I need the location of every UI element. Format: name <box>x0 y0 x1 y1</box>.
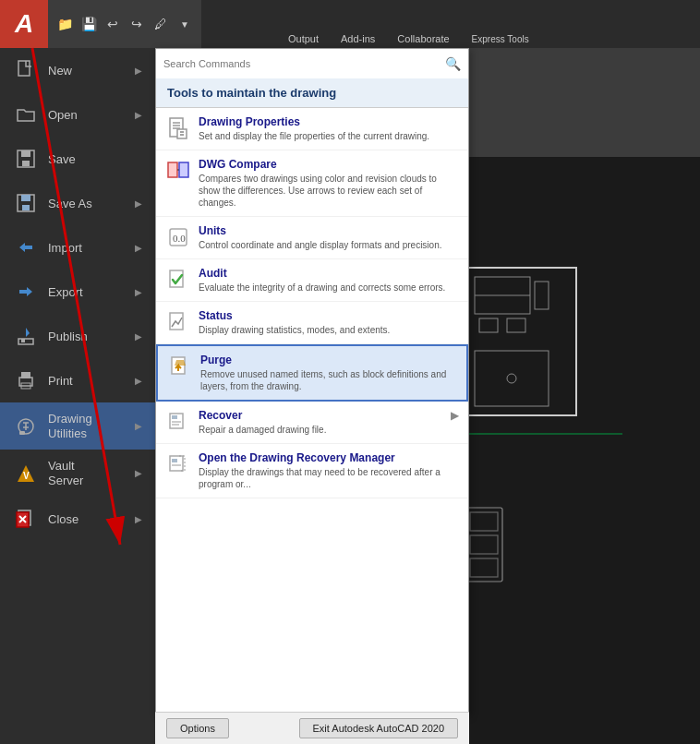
search-input[interactable] <box>163 58 441 69</box>
open-recovery-text: Open the Drawing Recovery Manager Displa… <box>199 451 459 490</box>
nav-drawing-utilities[interactable]: DrawingUtilities ▶ <box>0 402 155 450</box>
toolbar-extra[interactable]: ▼ <box>174 13 196 35</box>
toolbar-open[interactable]: 📁 <box>54 13 76 35</box>
nav-drawing-utilities-label: DrawingUtilities <box>48 412 92 440</box>
search-bar: 🔍 <box>156 49 468 78</box>
nav-export[interactable]: Export ▶ <box>0 270 155 314</box>
open-recovery-desc: Display the drawings that may need to be… <box>199 466 459 490</box>
svg-rect-49 <box>172 421 181 423</box>
nav-close[interactable]: Close ▶ <box>0 497 155 541</box>
nav-save-label: Save <box>48 152 76 166</box>
options-button[interactable]: Options <box>166 718 229 738</box>
menu-open-recovery[interactable]: Open the Drawing Recovery Manager Displa… <box>156 444 468 498</box>
svg-marker-15 <box>19 243 32 252</box>
nav-publish[interactable]: Publish ▶ <box>0 314 155 358</box>
nav-import[interactable]: Import ▶ <box>0 225 155 270</box>
toolbar-redo[interactable]: ↪ <box>126 13 148 35</box>
nav-open[interactable]: Open ▶ <box>0 92 155 137</box>
tools-header: Tools to maintain the drawing <box>156 78 468 108</box>
nav-save-as[interactable]: Save As ▶ <box>0 181 155 225</box>
search-icon: 🔍 <box>445 56 461 71</box>
tab-express[interactable]: Express Tools <box>461 30 540 48</box>
svg-marker-19 <box>22 328 30 337</box>
tab-addins[interactable]: Add-ins <box>330 30 386 48</box>
svg-rect-38 <box>168 162 177 177</box>
nav-publish-arrow: ▶ <box>135 331 142 342</box>
toolbar-undo[interactable]: ↩ <box>102 13 124 35</box>
dwg-compare-menu-icon <box>165 158 191 184</box>
nav-save-as-arrow: ▶ <box>135 198 142 209</box>
svg-rect-48 <box>172 415 177 419</box>
svg-rect-17 <box>18 339 33 344</box>
units-title: Units <box>199 224 459 237</box>
nav-save[interactable]: Save <box>0 137 155 181</box>
nav-export-label: Export <box>48 285 83 299</box>
drawing-properties-desc: Set and display the file properties of t… <box>199 130 459 142</box>
menu-purge[interactable]: Purge Remove unused named items, such as… <box>156 344 468 402</box>
svg-rect-35 <box>177 129 187 138</box>
left-nav: New ▶ Open ▶ Save Save As ▶ Import ▶ Exp… <box>0 48 155 744</box>
status-desc: Display drawing statistics, modes, and e… <box>199 324 459 336</box>
tab-collaborate[interactable]: Collaborate <box>386 30 460 48</box>
audit-title: Audit <box>199 267 459 280</box>
publish-icon <box>13 323 39 349</box>
toolbar-save[interactable]: 💾 <box>78 13 100 35</box>
save-icon <box>13 146 39 172</box>
purge-desc: Remove unused named items, such as block… <box>200 368 457 392</box>
menu-status[interactable]: Status Display drawing statistics, modes… <box>156 302 468 344</box>
audit-icon <box>165 267 191 293</box>
import-icon <box>13 234 39 260</box>
svg-rect-10 <box>21 150 30 157</box>
nav-new-label: New <box>48 64 72 78</box>
svg-rect-14 <box>22 205 30 210</box>
audit-desc: Evaluate the integrity of a drawing and … <box>199 282 459 294</box>
nav-publish-label: Publish <box>48 330 88 343</box>
nav-print-arrow: ▶ <box>135 376 142 386</box>
units-text: Units Control coordinate and angle displ… <box>199 224 459 251</box>
menu-list: Drawing Properties Set and display the f… <box>156 108 468 714</box>
svg-rect-7 <box>18 61 30 76</box>
nav-new-arrow: ▶ <box>135 66 142 76</box>
bottom-bar: Options Exit Autodesk AutoCAD 2020 <box>155 712 469 744</box>
nav-open-arrow: ▶ <box>135 110 142 120</box>
menu-dwg-compare[interactable]: DWG Compare Compares two drawings using … <box>156 150 468 217</box>
menu-audit[interactable]: Audit Evaluate the integrity of a drawin… <box>156 259 468 302</box>
drawing-utilities-icon <box>13 414 39 439</box>
svg-rect-13 <box>21 195 30 201</box>
nav-print-label: Print <box>48 374 73 388</box>
svg-marker-46 <box>175 360 186 366</box>
exit-button[interactable]: Exit Autodesk AutoCAD 2020 <box>299 718 458 738</box>
nav-import-label: Import <box>48 241 82 255</box>
purge-icon <box>167 354 193 379</box>
svg-rect-11 <box>22 161 30 166</box>
toolbar-print[interactable]: 🖊 <box>150 13 172 35</box>
recover-title: Recover <box>199 409 443 422</box>
nav-print[interactable]: Print ▶ <box>0 358 155 402</box>
svg-rect-51 <box>170 456 183 471</box>
svg-rect-43 <box>170 270 183 287</box>
nav-close-arrow: ▶ <box>135 514 142 524</box>
svg-marker-16 <box>19 287 32 296</box>
nav-new[interactable]: New ▶ <box>0 48 155 92</box>
dwg-compare-title: DWG Compare <box>199 158 459 171</box>
autocad-logo[interactable]: A <box>0 0 48 48</box>
svg-rect-24 <box>19 431 25 435</box>
nav-export-arrow: ▶ <box>135 287 142 297</box>
audit-text: Audit Evaluate the integrity of a drawin… <box>199 267 459 294</box>
units-desc: Control coordinate and angle display for… <box>199 239 459 251</box>
svg-rect-52 <box>172 459 177 462</box>
menu-units[interactable]: 0.0 Units Control coordinate and angle d… <box>156 217 468 259</box>
menu-recover[interactable]: Recover Repair a damaged drawing file. ▶ <box>156 402 468 444</box>
save-as-icon <box>13 190 39 216</box>
nav-vault-arrow: ▶ <box>135 468 142 478</box>
tab-output[interactable]: Output <box>277 30 330 48</box>
purge-title: Purge <box>200 354 457 366</box>
menu-drawing-properties[interactable]: Drawing Properties Set and display the f… <box>156 108 468 150</box>
svg-rect-53 <box>172 464 181 466</box>
recovery-manager-icon <box>165 451 191 477</box>
recover-desc: Repair a damaged drawing file. <box>199 424 443 436</box>
nav-drawing-utilities-arrow: ▶ <box>135 421 142 431</box>
nav-close-label: Close <box>48 512 78 526</box>
vault-icon: V <box>13 461 39 486</box>
nav-vault[interactable]: V VaultServer ▶ <box>0 450 155 497</box>
